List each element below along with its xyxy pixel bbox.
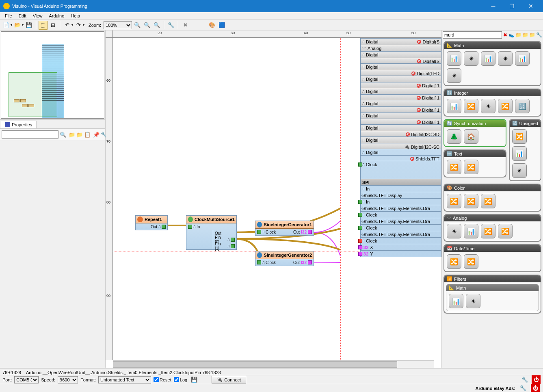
- pal-item[interactable]: ✴: [466, 294, 480, 308]
- board-row[interactable]: 🔌Digital(I2C-SC: [361, 143, 441, 149]
- menu-view[interactable]: View: [30, 13, 46, 19]
- delete-button[interactable]: ✖: [181, 21, 190, 30]
- board-row[interactable]: ▫Shields.TFT Display.Elements.Dra: [361, 205, 441, 211]
- board-row[interactable]: SPI: [361, 179, 441, 185]
- format-select[interactable]: Unformatted Text: [98, 376, 151, 383]
- pal-item[interactable]: 🏠: [464, 129, 478, 144]
- pal-item[interactable]: 📊: [449, 294, 463, 308]
- menu-arduino[interactable]: Arduino: [45, 13, 67, 19]
- board-row[interactable]: ⎍Digital: [361, 124, 441, 131]
- clear-search-icon[interactable]: ✖: [503, 31, 508, 39]
- grid-button[interactable]: ⊞: [48, 21, 57, 30]
- pal-item[interactable]: 🔀: [498, 99, 513, 113]
- log-checkbox[interactable]: Log: [174, 377, 187, 382]
- component-button[interactable]: 🔧: [167, 21, 175, 30]
- pin-clock[interactable]: [257, 260, 261, 264]
- reset-checkbox[interactable]: Reset: [154, 377, 171, 382]
- pin-clock[interactable]: [257, 230, 261, 234]
- log-save-button[interactable]: 💾: [190, 375, 199, 384]
- pal-item[interactable]: 📊: [515, 51, 530, 66]
- prop-btn-3[interactable]: 📋: [84, 131, 91, 138]
- undo-button[interactable]: ↶: [63, 21, 71, 30]
- board-row[interactable]: ⎍Digital: [361, 76, 441, 82]
- pin-0[interactable]: [231, 238, 235, 242]
- node-arduino-board[interactable]: ⎍DigitalDigital(S〰Analog⎍DigitalDigital(…: [360, 38, 441, 257]
- node-sineintegergenerator2[interactable]: SineIntegerGenerator2 ⎍ClockOutI32: [255, 251, 314, 266]
- menu-edit[interactable]: Edit: [15, 13, 30, 19]
- board-row[interactable]: ⎍In: [361, 185, 441, 192]
- pal-item[interactable]: 🔀: [481, 224, 495, 238]
- cat-icon-2[interactable]: 📁: [522, 31, 528, 39]
- pal-item[interactable]: 🔀: [464, 254, 478, 269]
- pal-item[interactable]: 🔀: [481, 194, 495, 208]
- board-row[interactable]: ⎍In: [361, 198, 441, 205]
- zoom-fit-button[interactable]: 🔍: [152, 21, 161, 30]
- pal-item[interactable]: 🔀: [464, 194, 478, 208]
- board-row[interactable]: Digital[ 1: [361, 106, 441, 112]
- pal-item[interactable]: 📊: [464, 224, 478, 238]
- pal-item[interactable]: ✴: [512, 163, 527, 178]
- board-row[interactable]: Digital[ 1: [361, 94, 441, 100]
- pal-item[interactable]: ✴: [481, 99, 495, 113]
- board-row[interactable]: ⎍Digital: [361, 136, 441, 143]
- cat-icon-3[interactable]: 📁: [529, 31, 535, 39]
- board-row[interactable]: 〰Analog: [361, 45, 441, 51]
- pal-item[interactable]: 📊: [481, 51, 495, 66]
- pal-item[interactable]: 🔀: [464, 160, 478, 174]
- palette-button[interactable]: 🎨: [208, 21, 216, 30]
- overview-panel[interactable]: [1, 31, 104, 119]
- pal-item[interactable]: 🔀: [512, 129, 527, 144]
- board-row[interactable]: ⎍DigitalDigital(S: [361, 38, 441, 45]
- config-button[interactable]: 🔧: [520, 375, 529, 384]
- pal-item[interactable]: 📊: [447, 51, 461, 66]
- close-button[interactable]: ✕: [521, 0, 540, 12]
- zoom-out-button[interactable]: 🔍: [143, 21, 151, 30]
- pin-in[interactable]: [188, 225, 192, 229]
- pal-item[interactable]: 🔀: [498, 224, 513, 238]
- node-sineintegergenerator1[interactable]: SineIntegerGenerator1 ⎍ClockOutI32: [255, 221, 314, 236]
- board-row[interactable]: ⎍Clock: [361, 237, 441, 244]
- prop-btn-2[interactable]: 📁: [76, 131, 83, 138]
- board-row[interactable]: ⎍Clock: [361, 161, 441, 167]
- board-row[interactable]: Digital(I2C-SD: [361, 131, 441, 136]
- port-select[interactable]: COM5 (U: [14, 376, 39, 383]
- board-row[interactable]: ⎍Digital: [361, 149, 441, 155]
- board-row[interactable]: ⎍Digital: [361, 100, 441, 106]
- pal-item[interactable]: ✴: [464, 51, 478, 66]
- board-row[interactable]: ⎍Digital: [361, 51, 441, 58]
- maximize-button[interactable]: ☐: [503, 0, 521, 12]
- select-button[interactable]: ⬚: [39, 21, 48, 30]
- board-row[interactable]: Shields.TFT: [361, 155, 441, 161]
- component-search-input[interactable]: [443, 31, 502, 39]
- pal-item[interactable]: 🔀: [447, 160, 461, 174]
- board-row[interactable]: ⎍Digital: [361, 88, 441, 94]
- board-row[interactable]: I32Y: [361, 250, 441, 257]
- board-row[interactable]: [361, 167, 441, 173]
- board-row[interactable]: Digital(LED: [361, 70, 441, 76]
- board-row[interactable]: ▫Shields.TFT Display.Elements.Dra: [361, 231, 441, 237]
- filter-icon[interactable]: 👟: [508, 31, 515, 39]
- save-button[interactable]: 💾: [24, 21, 33, 30]
- pal-item[interactable]: 🌲: [447, 129, 461, 144]
- node-repeat1[interactable]: Repeat1 Out⎍: [135, 215, 168, 230]
- properties-filter-input[interactable]: [2, 130, 58, 139]
- ad-power-button[interactable]: ⏻: [531, 384, 540, 392]
- pin-out[interactable]: [308, 260, 312, 264]
- pin-icon[interactable]: 📌: [93, 131, 100, 138]
- menu-help[interactable]: Help: [67, 13, 83, 19]
- speed-select[interactable]: 9600: [58, 376, 78, 383]
- menu-file[interactable]: File: [2, 13, 15, 19]
- board-row[interactable]: I32X: [361, 244, 441, 250]
- redo-button[interactable]: ↷: [74, 21, 83, 30]
- pin-out[interactable]: [162, 225, 166, 229]
- pal-item[interactable]: 🔀: [447, 254, 461, 269]
- minimize-button[interactable]: ─: [484, 0, 502, 12]
- zoom-in-button[interactable]: 🔍: [133, 21, 142, 30]
- pal-item[interactable]: 🔀: [464, 99, 478, 113]
- board-row[interactable]: ▫Shields.TFT Display: [361, 192, 441, 198]
- board-row[interactable]: [361, 173, 441, 179]
- board-row[interactable]: ⎍Clock: [361, 211, 441, 218]
- board-row[interactable]: Digital[ 1: [361, 119, 441, 124]
- canvas[interactable]: Repeat1 Out⎍ ClockMultiSource1 ⎍In Out P…: [113, 38, 441, 360]
- node-clockmultisource1[interactable]: ClockMultiSource1 ⎍In Out Pin [0]⎍ Pin […: [186, 215, 237, 250]
